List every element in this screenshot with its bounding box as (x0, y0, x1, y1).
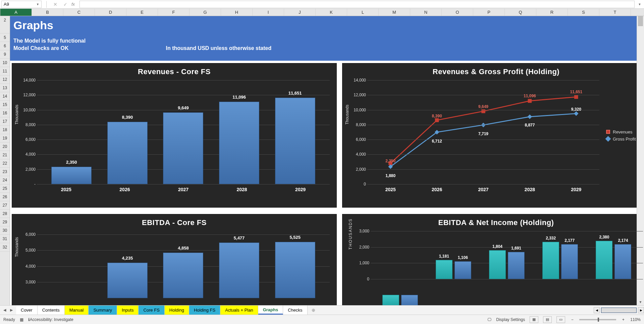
row-header[interactable]: 5 (0, 34, 10, 42)
row-header[interactable]: 29 (0, 218, 10, 226)
column-header[interactable]: U (631, 9, 644, 16)
tab-nav[interactable]: ◀ ▶ (0, 308, 16, 312)
column-header[interactable]: G (190, 9, 221, 16)
sheet-tab[interactable]: Contents (38, 306, 65, 315)
hscroll-track[interactable] (601, 308, 637, 313)
scroll-down-icon[interactable]: ▼ (637, 299, 644, 305)
expand-formula-icon[interactable]: ▼ (637, 3, 643, 6)
hscroll-left-icon[interactable]: ◀ (594, 307, 600, 313)
sheet-tab[interactable]: Checks (283, 306, 307, 315)
add-sheet-icon[interactable]: ⊕ (308, 308, 319, 313)
name-box[interactable]: A9 ▼ (1, 1, 42, 8)
sheet-tab[interactable]: Holding (165, 306, 189, 315)
row-header[interactable]: 28 (0, 210, 10, 218)
zoom-in-icon[interactable]: + (621, 317, 626, 322)
chart-rev-gp-holding[interactable]: Revenues & Gross Profit (Holding) Thousa… (342, 63, 644, 208)
column-header[interactable]: B (32, 9, 63, 16)
column-header[interactable]: A (0, 9, 32, 16)
row-header[interactable]: 27 (0, 201, 10, 210)
column-header[interactable]: P (473, 9, 505, 16)
chart-title: EBITDA & Net Income (Holding) (342, 214, 644, 231)
row-header[interactable]: 22 (0, 159, 10, 168)
column-header[interactable]: K (316, 9, 347, 16)
view-layout-icon[interactable]: ▤ (543, 316, 552, 323)
row-header[interactable]: 23 (0, 168, 10, 176)
chart-revenues-core[interactable]: Revenues - Core FS Thousands -2,0004,000… (12, 63, 337, 208)
row-header[interactable]: 18 (0, 126, 10, 134)
column-header[interactable]: C (63, 9, 95, 16)
row-header[interactable]: 21 (0, 151, 10, 159)
row-header[interactable]: 9 (0, 50, 10, 59)
chart-ebitda-net-holding[interactable]: EBITDA & Net Income (Holding) THOUSANDS … (342, 214, 644, 305)
scroll-thumb[interactable] (638, 16, 643, 26)
chart-ebitda-core[interactable]: EBITDA - Core FS Thousands 3,0004,0005,0… (12, 214, 337, 305)
column-header[interactable]: E (126, 9, 158, 16)
display-settings-icon[interactable]: 🖵 (487, 317, 491, 322)
y-axis-label: Thousands (345, 105, 350, 124)
row-header[interactable]: 11 (0, 67, 10, 75)
row-header[interactable]: 24 (0, 176, 10, 184)
row-header[interactable]: 13 (0, 84, 10, 92)
accessibility-status[interactable]: Accessibility: Investigate (30, 317, 73, 322)
sheet-tab[interactable]: Manual (65, 306, 89, 315)
svg-rect-9 (574, 111, 579, 116)
column-header[interactable]: L (347, 9, 379, 16)
zoom-out-icon[interactable]: − (570, 317, 575, 322)
column-header[interactable]: Q (505, 9, 536, 16)
column-header[interactable]: I (253, 9, 284, 16)
svg-rect-3 (528, 99, 532, 103)
view-pagebreak-icon[interactable]: ▭ (556, 316, 565, 323)
tab-prev-icon[interactable]: ◀ (3, 308, 6, 312)
row-header[interactable]: 15 (0, 101, 10, 109)
column-header[interactable]: O (442, 9, 473, 16)
column-header[interactable]: S (568, 9, 599, 16)
row-header[interactable]: 31 (0, 235, 10, 243)
legend-label: Gross Profit (613, 137, 636, 142)
column-header[interactable]: T (599, 9, 631, 16)
column-header[interactable]: F (158, 9, 190, 16)
row-header[interactable]: 20 (0, 143, 10, 151)
sheet-tab[interactable]: Cover (16, 306, 38, 315)
row-header[interactable]: 25 (0, 184, 10, 193)
row-header[interactable]: 26 (0, 193, 10, 201)
row-header[interactable]: 30 (0, 226, 10, 235)
column-header[interactable]: R (536, 9, 568, 16)
chart-title: Revenues & Gross Profit (Holding) (342, 63, 644, 80)
cancel-icon[interactable]: ✕ (51, 2, 59, 7)
sheet-tab[interactable]: Core FS (139, 306, 164, 315)
column-header[interactable]: M (379, 9, 410, 16)
hscroll-right-icon[interactable]: ▶ (638, 307, 644, 313)
row-header[interactable]: 32 (0, 243, 10, 252)
status-bar: Ready ▦ ℹ︎ Accessibility: Investigate 🖵 … (0, 315, 644, 324)
confirm-icon[interactable]: ✓ (61, 2, 69, 7)
status-line1: The Model is fully functional (13, 38, 86, 44)
fx-icon[interactable]: fx (71, 2, 75, 7)
row-header[interactable]: 6 (0, 42, 10, 50)
chevron-down-icon[interactable]: ▼ (36, 3, 39, 6)
sheet-tab[interactable]: Inputs (117, 306, 139, 315)
tab-next-icon[interactable]: ▶ (10, 308, 13, 312)
row-header[interactable]: 2 (0, 16, 10, 34)
sheet-tab[interactable]: Actuals + Plan (220, 306, 258, 315)
view-normal-icon[interactable]: ▦ (530, 316, 538, 323)
worksheet-canvas[interactable]: Graphs The Model is fully functional Mod… (10, 16, 644, 305)
row-header[interactable]: 12 (0, 75, 10, 84)
display-settings-label[interactable]: Display Settings (496, 317, 525, 322)
sheet-tab[interactable]: Graphs (258, 306, 283, 315)
column-header[interactable]: D (95, 9, 126, 16)
column-header[interactable]: J (284, 9, 316, 16)
zoom-slider[interactable] (579, 319, 616, 320)
formula-input[interactable] (79, 1, 635, 8)
row-header[interactable]: 14 (0, 92, 10, 101)
row-header[interactable]: 16 (0, 109, 10, 117)
column-header[interactable]: N (410, 9, 442, 16)
column-header[interactable]: H (221, 9, 253, 16)
macro-icon[interactable]: ▦ (20, 317, 23, 322)
row-header[interactable]: 17 (0, 117, 10, 126)
row-header[interactable]: 10 (0, 59, 10, 67)
sheet-tab[interactable]: Holding FS (189, 306, 220, 315)
chart-title: EBITDA - Core FS (12, 214, 336, 231)
y-axis-label: Thousands (14, 237, 19, 257)
sheet-tab[interactable]: Summary (89, 306, 117, 315)
row-header[interactable]: 19 (0, 134, 10, 143)
